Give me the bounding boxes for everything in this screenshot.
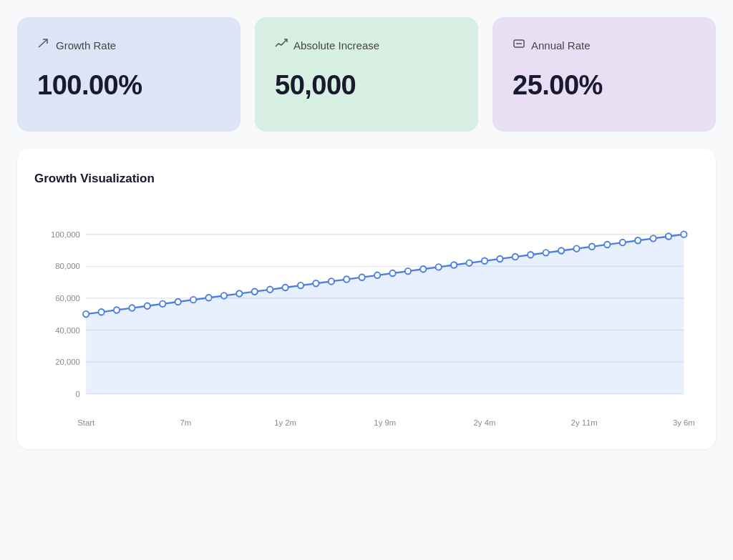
metric-card-annual-rate: Annual Rate25.00% xyxy=(492,17,716,132)
svg-point-40 xyxy=(359,274,365,280)
svg-text:60,000: 60,000 xyxy=(55,294,80,303)
svg-point-57 xyxy=(620,240,626,246)
svg-point-55 xyxy=(589,244,595,250)
growth-rate-value: 100.00% xyxy=(37,70,220,101)
svg-point-38 xyxy=(329,278,334,285)
svg-text:7m: 7m xyxy=(180,418,192,427)
svg-point-24 xyxy=(114,307,120,313)
svg-point-52 xyxy=(543,250,549,256)
svg-text:80,000: 80,000 xyxy=(55,262,80,270)
annual-rate-value: 25.00% xyxy=(513,70,696,101)
svg-text:Start: Start xyxy=(77,418,95,427)
svg-text:100,000: 100,000 xyxy=(51,230,80,239)
svg-point-31 xyxy=(221,293,227,299)
svg-text:1y 9m: 1y 9m xyxy=(374,418,396,427)
svg-point-25 xyxy=(129,305,135,311)
svg-point-35 xyxy=(282,285,288,291)
svg-point-50 xyxy=(513,254,518,260)
svg-point-51 xyxy=(528,252,533,258)
svg-point-39 xyxy=(344,276,349,283)
chart-container: 020,00040,00060,00080,000100,000Start7m1… xyxy=(34,203,699,432)
svg-point-28 xyxy=(175,299,181,305)
chart-card: Growth Visualization 020,00040,00060,000… xyxy=(17,149,716,449)
svg-line-0 xyxy=(39,39,47,47)
svg-point-42 xyxy=(389,270,395,277)
svg-point-30 xyxy=(205,295,211,301)
svg-point-45 xyxy=(436,264,442,270)
growth-rate-label: Growth Rate xyxy=(56,39,116,51)
svg-point-60 xyxy=(666,233,671,240)
svg-point-26 xyxy=(145,303,150,309)
svg-text:20,000: 20,000 xyxy=(55,358,80,366)
absolute-increase-value: 50,000 xyxy=(275,70,458,101)
svg-point-32 xyxy=(236,290,242,297)
svg-text:2y 11m: 2y 11m xyxy=(571,418,598,427)
growth-chart: 020,00040,00060,00080,000100,000Start7m1… xyxy=(34,203,699,432)
svg-point-33 xyxy=(252,288,258,295)
metric-card-absolute-increase: Absolute Increase50,000 xyxy=(255,17,478,132)
svg-point-23 xyxy=(98,309,104,315)
svg-point-53 xyxy=(558,247,564,254)
svg-text:3y 6m: 3y 6m xyxy=(673,418,695,427)
svg-point-58 xyxy=(635,237,641,244)
metric-card-growth-rate: Growth Rate100.00% xyxy=(17,17,241,132)
annual-rate-label: Annual Rate xyxy=(531,39,591,51)
svg-text:2y 4m: 2y 4m xyxy=(474,418,496,427)
svg-point-29 xyxy=(190,297,196,303)
svg-point-27 xyxy=(160,301,165,308)
annual-rate-icon xyxy=(513,37,525,53)
svg-point-41 xyxy=(374,272,380,279)
absolute-increase-label: Absolute Increase xyxy=(293,39,379,51)
svg-text:0: 0 xyxy=(76,390,80,398)
metrics-grid: Growth Rate100.00%Absolute Increase50,00… xyxy=(17,17,716,132)
svg-point-44 xyxy=(420,266,426,272)
svg-point-36 xyxy=(298,283,304,289)
svg-point-56 xyxy=(604,242,610,248)
growth-rate-icon xyxy=(37,37,50,53)
svg-point-46 xyxy=(451,262,457,268)
svg-point-22 xyxy=(83,311,89,318)
svg-point-61 xyxy=(681,231,686,237)
svg-point-48 xyxy=(482,258,487,265)
svg-point-34 xyxy=(267,287,273,293)
svg-text:1y 2m: 1y 2m xyxy=(274,418,296,427)
absolute-increase-icon xyxy=(275,37,288,53)
svg-text:40,000: 40,000 xyxy=(55,326,80,335)
svg-point-54 xyxy=(573,245,579,252)
svg-point-43 xyxy=(405,268,411,275)
svg-point-47 xyxy=(466,260,472,266)
svg-point-49 xyxy=(497,256,503,262)
svg-point-59 xyxy=(650,235,656,242)
svg-point-37 xyxy=(313,280,319,287)
chart-title: Growth Visualization xyxy=(34,172,699,186)
